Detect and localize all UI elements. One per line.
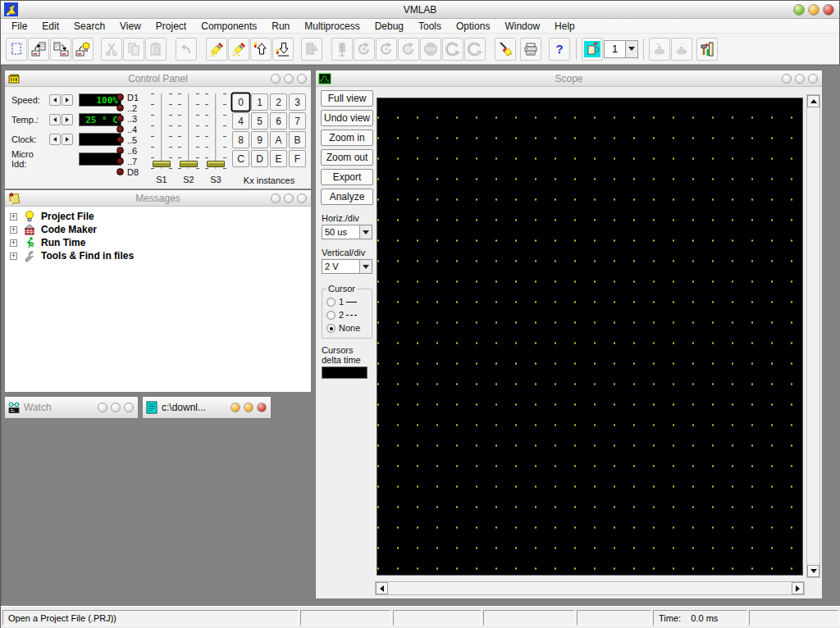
spin-left-button[interactable]	[49, 114, 61, 125]
chevron-down-icon[interactable]	[359, 225, 372, 239]
cursor-option-1[interactable]: 1	[326, 295, 372, 308]
maximize-button[interactable]	[284, 74, 294, 84]
keypad-key[interactable]: 8	[232, 131, 249, 148]
close-button[interactable]	[124, 403, 134, 412]
scope-action-button[interactable]: Undo view	[321, 110, 373, 126]
scroll-right-icon[interactable]	[792, 582, 804, 594]
keypad-key[interactable]: B	[289, 131, 306, 148]
spin-left-button[interactable]	[49, 94, 61, 106]
scope-action-button[interactable]: Full view	[321, 90, 373, 107]
expand-icon[interactable]	[10, 253, 17, 260]
keypad-key[interactable]: E	[270, 150, 287, 167]
scope-action-button[interactable]: Export	[321, 169, 373, 185]
keypad-key[interactable]: 1	[251, 93, 268, 111]
tree-item-run-time[interactable]: Run Time	[5, 236, 311, 249]
minimize-button[interactable]	[271, 193, 281, 203]
instance-selector[interactable]: 1	[604, 40, 638, 58]
menu-item[interactable]: Edit	[34, 20, 66, 33]
tree-item-code-maker[interactable]: Code Maker	[5, 223, 311, 236]
control-panel-titlebar[interactable]: Control Panel	[5, 71, 311, 87]
scope-action-button[interactable]: Zoom out	[321, 149, 373, 166]
minimize-button[interactable]	[793, 4, 805, 16]
slider-track[interactable]	[178, 92, 199, 172]
scroll-left-icon[interactable]	[376, 582, 388, 594]
help-icon[interactable]: ?	[549, 38, 570, 61]
menu-item[interactable]: Tools	[411, 20, 449, 33]
project-wizard-icon[interactable]	[72, 38, 94, 61]
radio-icon-selected[interactable]	[326, 324, 336, 333]
build-icon[interactable]	[206, 38, 227, 61]
goto-next-icon[interactable]	[272, 38, 294, 61]
slider-handle[interactable]	[153, 161, 171, 167]
print-icon[interactable]	[520, 38, 541, 61]
menu-item[interactable]: Options	[449, 20, 497, 33]
scroll-up-icon[interactable]	[807, 95, 819, 107]
spin-right-button[interactable]	[62, 114, 73, 125]
menu-item[interactable]: Window	[497, 20, 547, 33]
horiz-div-select[interactable]: 50 us	[322, 225, 372, 239]
expand-icon[interactable]	[10, 239, 17, 247]
menu-item[interactable]: Components	[194, 20, 264, 33]
keypad-key[interactable]: 7	[289, 112, 306, 130]
minimize-button[interactable]	[782, 74, 792, 84]
slider-handle[interactable]	[207, 161, 225, 167]
vert-div-select[interactable]: 2 V	[322, 259, 372, 274]
close-button[interactable]	[297, 74, 307, 84]
minimize-button[interactable]	[271, 74, 281, 84]
maximize-button[interactable]	[244, 403, 253, 412]
new-project-icon[interactable]	[6, 38, 27, 61]
tree-item-project-file[interactable]: Project File	[5, 210, 311, 223]
maximize-button[interactable]	[111, 403, 121, 412]
close-button[interactable]	[257, 403, 267, 412]
scope-titlebar[interactable]: Scope	[316, 71, 822, 87]
keypad-key[interactable]: 4	[232, 112, 249, 130]
rebuild-all-icon[interactable]	[228, 38, 249, 61]
keypad-key[interactable]: 3	[289, 93, 306, 111]
goto-previous-icon[interactable]	[250, 38, 272, 61]
clean-icon[interactable]	[495, 38, 516, 61]
spin-left-button[interactable]	[49, 134, 61, 145]
keypad-key[interactable]: 0	[232, 93, 249, 111]
keypad-key[interactable]: 5	[251, 112, 268, 130]
scope-action-button[interactable]: Analyze	[321, 189, 373, 205]
expand-icon[interactable]	[10, 226, 17, 234]
maximize-button[interactable]	[808, 4, 819, 16]
spin-right-button[interactable]	[62, 134, 73, 145]
coffee-instance-icon[interactable]	[582, 38, 603, 61]
menu-item[interactable]: Multiprocess	[297, 20, 367, 33]
maximize-button[interactable]	[284, 193, 294, 203]
scope-horizontal-scrollbar[interactable]	[375, 581, 805, 595]
minimize-button[interactable]	[231, 403, 240, 412]
scope-action-button[interactable]: Zoom in	[321, 130, 373, 146]
slider-track[interactable]	[205, 92, 226, 172]
spin-right-button[interactable]	[62, 94, 73, 106]
keypad-key[interactable]: 2	[270, 93, 287, 111]
expand-icon[interactable]	[10, 213, 17, 221]
hardware-tools-icon[interactable]	[696, 38, 718, 61]
chevron-down-icon[interactable]	[625, 41, 637, 57]
scope-vertical-scrollbar[interactable]	[806, 94, 820, 578]
radio-icon[interactable]	[326, 298, 336, 307]
close-button[interactable]	[808, 74, 818, 84]
keypad-key[interactable]: F	[289, 150, 306, 167]
tree-item-tools-find[interactable]: Tools & Find in files	[5, 249, 311, 262]
keypad-key[interactable]: A	[270, 131, 287, 148]
cursor-option-none[interactable]: None	[326, 321, 372, 334]
watch-titlebar[interactable]: Watch	[5, 397, 138, 418]
keypad-key[interactable]: C	[232, 150, 249, 167]
menu-item[interactable]: File	[4, 20, 34, 33]
menu-item[interactable]: View	[112, 20, 148, 33]
menu-item[interactable]: Run	[264, 20, 297, 33]
close-button[interactable]	[297, 193, 307, 203]
scroll-down-icon[interactable]	[807, 565, 819, 577]
menu-item[interactable]: Search	[66, 20, 112, 33]
cursor-option-2[interactable]: 2	[326, 308, 372, 321]
messages-titlebar[interactable]: Messages	[5, 190, 311, 207]
file-titlebar[interactable]: c:\downl...	[143, 397, 271, 418]
slider-handle[interactable]	[180, 161, 198, 167]
chevron-down-icon[interactable]	[359, 260, 372, 273]
menu-item[interactable]: Debug	[368, 20, 411, 33]
maximize-button[interactable]	[795, 74, 805, 84]
menu-item[interactable]: Project	[148, 20, 194, 33]
scope-screen[interactable]	[377, 98, 803, 576]
